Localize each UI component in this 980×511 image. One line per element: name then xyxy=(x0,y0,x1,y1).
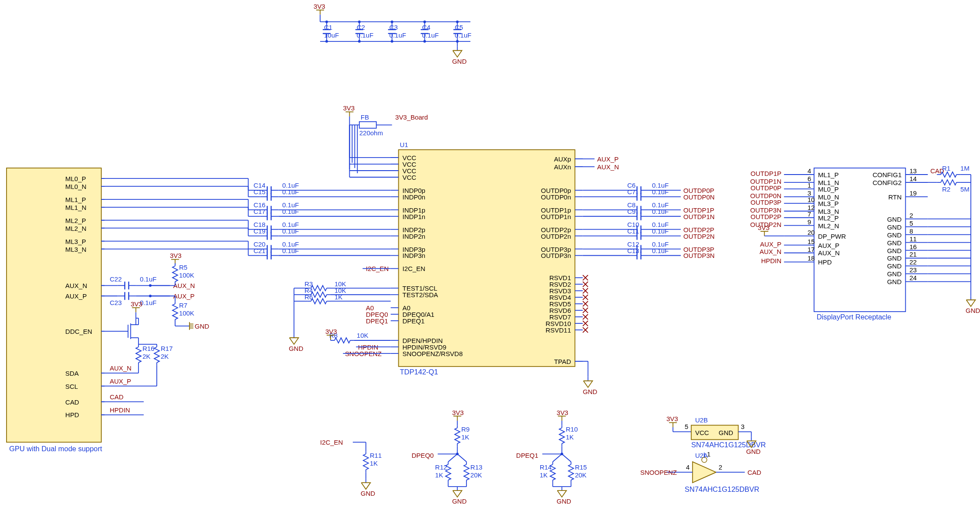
svg-text:U2B: U2B xyxy=(695,416,708,424)
svg-text:0.1uF: 0.1uF xyxy=(282,208,299,215)
svg-text:ML0_P: ML0_P xyxy=(818,185,839,193)
svg-text:20: 20 xyxy=(807,229,815,236)
svg-text:3V3_Board: 3V3_Board xyxy=(395,113,428,121)
svg-text:0.1uF: 0.1uF xyxy=(140,275,156,283)
svg-text:23: 23 xyxy=(909,266,917,274)
svg-text:AUX_N: AUX_N xyxy=(110,364,131,372)
svg-text:GND: GND xyxy=(289,345,303,352)
svg-text:GND: GND xyxy=(887,216,901,223)
svg-text:RSVD11: RSVD11 xyxy=(545,326,571,334)
svg-text:19: 19 xyxy=(909,189,917,197)
svg-text:R2: R2 xyxy=(942,185,950,193)
svg-text:0.1uF: 0.1uF xyxy=(422,31,438,39)
svg-text:ML1_P: ML1_P xyxy=(818,171,839,178)
svg-text:C23: C23 xyxy=(110,299,121,306)
svg-point-21 xyxy=(325,21,328,23)
aux-right: AUX_P AUX_N xyxy=(575,155,619,171)
svg-text:C11: C11 xyxy=(627,227,639,235)
svg-text:R14: R14 xyxy=(540,463,552,471)
svg-text:OUTDP1P: OUTDP1P xyxy=(751,170,782,177)
svg-text:SCL: SCL xyxy=(66,383,78,390)
svg-text:3: 3 xyxy=(741,423,744,430)
svg-text:0.1uF: 0.1uF xyxy=(282,247,299,254)
svg-text:I2C_EN: I2C_EN xyxy=(320,439,343,446)
svg-text:0.1uF: 0.1uF xyxy=(652,247,669,254)
svg-text:3V3: 3V3 xyxy=(666,415,678,422)
svg-text:HPD: HPD xyxy=(818,258,832,266)
svg-text:GND: GND xyxy=(452,497,466,505)
svg-text:INDP1n: INDP1n xyxy=(403,213,425,220)
svg-text:1K: 1K xyxy=(461,433,469,441)
svg-text:16: 16 xyxy=(909,243,917,250)
svg-point-33 xyxy=(391,21,393,23)
svg-text:ML0_N: ML0_N xyxy=(66,183,86,190)
svg-text:AUX_N: AUX_N xyxy=(66,282,87,289)
svg-text:14: 14 xyxy=(909,175,917,182)
svg-text:DDC_EN: DDC_EN xyxy=(66,328,92,335)
svg-text:HPDIN: HPDIN xyxy=(110,406,130,414)
svg-text:15: 15 xyxy=(807,238,815,245)
svg-text:GND: GND xyxy=(887,270,901,278)
svg-text:R17: R17 xyxy=(161,345,173,352)
svg-text:VCC: VCC xyxy=(403,174,417,181)
svg-text:21: 21 xyxy=(909,250,917,258)
svg-text:INDP3n: INDP3n xyxy=(403,252,425,259)
svg-text:AUXp: AUXp xyxy=(554,155,571,163)
svg-text:DP_PWR: DP_PWR xyxy=(818,233,846,240)
svg-text:RTN: RTN xyxy=(888,193,901,201)
svg-text:100K: 100K xyxy=(179,309,194,317)
decoupling-block: 3V3 C110uFC20.1uFC30.1uFC40.1uFC50.1uF G… xyxy=(314,3,471,65)
svg-text:OUTDP1n: OUTDP1n xyxy=(541,213,571,220)
svg-text:3V3: 3V3 xyxy=(557,409,569,416)
svg-text:C15: C15 xyxy=(253,188,265,195)
svg-text:C19: C19 xyxy=(253,227,265,235)
svg-text:SNOOPENZ/RSVD8: SNOOPENZ/RSVD8 xyxy=(403,350,463,357)
svg-text:C21: C21 xyxy=(253,247,265,254)
svg-text:ML0_P: ML0_P xyxy=(66,175,86,182)
svg-text:5: 5 xyxy=(909,219,913,227)
gpu-block: GPU with Dual mode support ML0_PML0_NML1… xyxy=(7,168,104,453)
svg-text:R7: R7 xyxy=(179,302,187,309)
svg-text:C7: C7 xyxy=(627,188,635,195)
svg-text:0.1uF: 0.1uF xyxy=(390,31,406,39)
svg-text:3V3: 3V3 xyxy=(758,224,770,231)
svg-point-27 xyxy=(358,21,361,23)
svg-text:GND: GND xyxy=(887,247,901,254)
svg-text:ML2_P: ML2_P xyxy=(66,217,86,224)
u1-block: U1 TDP142-Q1 VCCVCCVCCVCCINDP0pINDP0nIND… xyxy=(391,141,588,376)
svg-text:DPEQ1: DPEQ1 xyxy=(516,452,538,459)
svg-text:2K: 2K xyxy=(142,353,150,360)
svg-text:0.1uF: 0.1uF xyxy=(455,31,471,39)
svg-text:4: 4 xyxy=(807,167,811,175)
svg-text:GND: GND xyxy=(746,448,760,455)
svg-text:R16: R16 xyxy=(142,345,154,352)
svg-text:OUTDP0P: OUTDP0P xyxy=(751,184,782,192)
dp-receptacle: DisplayPort Receptacle 4ML1_POUTDP1P6ML1… xyxy=(750,165,980,321)
svg-text:C9: C9 xyxy=(627,208,635,215)
svg-text:1K: 1K xyxy=(370,460,378,467)
svg-text:1: 1 xyxy=(707,450,711,458)
svg-text:OUTDP3n: OUTDP3n xyxy=(541,252,571,259)
svg-text:R12: R12 xyxy=(435,463,447,471)
svg-text:CAD: CAD xyxy=(66,398,79,406)
svg-text:I2C_EN: I2C_EN xyxy=(403,265,425,272)
svg-text:AUXn: AUXn xyxy=(554,163,571,171)
svg-text:R11: R11 xyxy=(370,452,382,459)
svg-text:GND: GND xyxy=(887,262,901,270)
svg-line-382 xyxy=(448,454,457,462)
u2-block: 3V3 5 VCC GND U2B SN74AHC1G125DBVR 3 GND… xyxy=(640,415,766,493)
svg-text:OUTDP3N: OUTDP3N xyxy=(683,252,714,259)
svg-text:7: 7 xyxy=(807,210,811,218)
svg-text:1: 1 xyxy=(807,182,811,189)
svg-text:3V3: 3V3 xyxy=(131,300,142,308)
svg-line-400 xyxy=(553,454,562,462)
svg-text:ML1_P: ML1_P xyxy=(66,196,86,203)
svg-text:2: 2 xyxy=(719,463,722,471)
svg-text:CONFIG1: CONFIG1 xyxy=(873,171,901,178)
svg-text:ML2_P: ML2_P xyxy=(818,214,839,222)
svg-text:INDP0n: INDP0n xyxy=(403,193,425,201)
svg-text:R6: R6 xyxy=(304,293,313,301)
svg-text:GND: GND xyxy=(557,497,571,505)
svg-text:GND: GND xyxy=(452,58,466,65)
svg-text:ML3_N: ML3_N xyxy=(66,246,86,253)
